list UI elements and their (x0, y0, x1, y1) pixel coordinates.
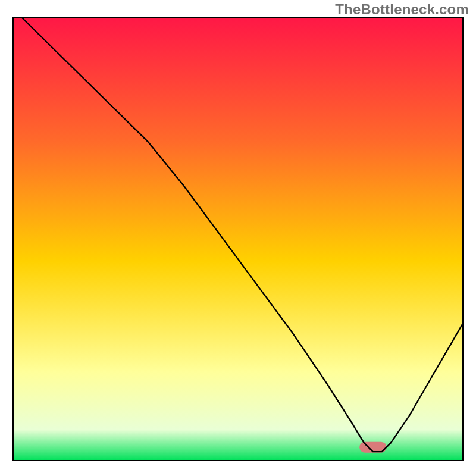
gradient-background (13, 18, 463, 461)
bottleneck-chart (0, 0, 476, 476)
chart-stage: TheBottleneck.com (0, 0, 476, 476)
plot-area (13, 18, 463, 461)
